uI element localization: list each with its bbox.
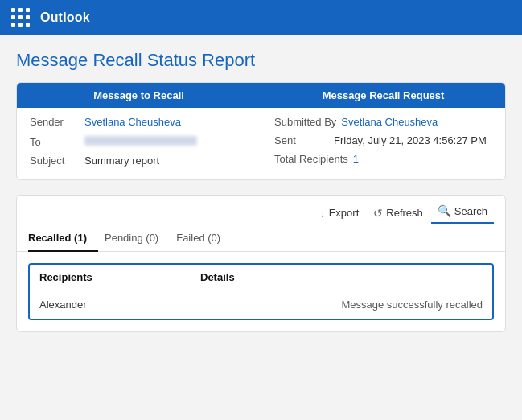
total-recipients-label: Total Recipients (274, 153, 348, 165)
info-card-header: Message to Recall Message Recall Request (17, 83, 505, 108)
export-label: Export (329, 207, 360, 219)
col1-header: Message to Recall (17, 83, 261, 108)
details-header: Details (200, 271, 483, 283)
total-recipients-row: Total Recipients 1 (274, 153, 492, 165)
export-icon: ↓ (320, 207, 326, 220)
tabs-card: ↓ Export ↺ Refresh 🔍 Search Recalled (1)… (16, 195, 506, 332)
sent-row: Sent Friday, July 21, 2023 4:56:27 PM (274, 134, 492, 146)
results-table: Recipients Details Alexander Message suc… (28, 263, 494, 320)
to-label: To (30, 136, 84, 148)
subject-label: Subject (30, 154, 84, 167)
app-grid-icon[interactable] (11, 8, 31, 27)
sender-value: Svetlana Cheusheva (84, 116, 181, 128)
table-row: Alexander Message successfully recalled (30, 290, 492, 319)
submitted-by-label: Submitted By (274, 116, 336, 128)
submitted-by-value: Svetlana Cheusheva (341, 116, 438, 128)
export-button[interactable]: ↓ Export (314, 204, 366, 222)
tab-recalled[interactable]: Recalled (1) (28, 225, 98, 252)
info-card: Message to Recall Message Recall Request… (16, 82, 506, 180)
col2-header: Message Recall Request (261, 83, 505, 108)
subject-row: Subject Summary report (30, 154, 248, 167)
topbar: Outlook (0, 0, 522, 35)
app-title: Outlook (40, 10, 90, 25)
recipient-name: Alexander (39, 299, 200, 311)
search-icon: 🔍 (438, 204, 451, 217)
refresh-label: Refresh (386, 207, 423, 219)
subject-value: Summary report (84, 154, 159, 167)
total-recipients-value: 1 (353, 153, 359, 165)
table-header: Recipients Details (30, 265, 492, 290)
sent-value: Friday, July 21, 2023 4:56:27 PM (334, 134, 487, 146)
sender-row: Sender Svetlana Cheusheva (30, 116, 248, 128)
page-content: Message Recall Status Report Message to … (0, 35, 522, 348)
submitted-by-row: Submitted By Svetlana Cheusheva (274, 116, 492, 128)
search-button[interactable]: 🔍 Search (431, 202, 494, 224)
info-card-body: Sender Svetlana Cheusheva To Subject Sum… (17, 108, 505, 179)
info-col-left: Sender Svetlana Cheusheva To Subject Sum… (17, 116, 261, 173)
refresh-button[interactable]: ↺ Refresh (367, 204, 430, 222)
recipients-header: Recipients (39, 271, 200, 283)
sender-label: Sender (30, 116, 84, 128)
info-col-right: Submitted By Svetlana Cheusheva Sent Fri… (261, 116, 505, 173)
recipient-details: Message successfully recalled (200, 299, 483, 311)
to-row: To (30, 134, 248, 148)
tabs-toolbar: ↓ Export ↺ Refresh 🔍 Search (17, 196, 505, 224)
sent-label: Sent (274, 134, 329, 146)
to-value-blurred (84, 136, 197, 146)
page-title: Message Recall Status Report (16, 50, 506, 71)
search-label: Search (454, 205, 487, 217)
refresh-icon: ↺ (373, 207, 383, 220)
tab-pending[interactable]: Pending (0) (105, 225, 170, 251)
tab-failed[interactable]: Failed (0) (176, 225, 232, 251)
tabs-nav: Recalled (1) Pending (0) Failed (0) (17, 225, 505, 252)
